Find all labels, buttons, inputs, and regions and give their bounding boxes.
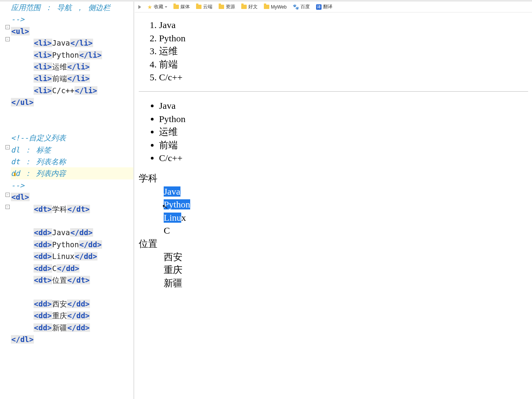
code-line [11,108,133,120]
code-line: <li>Java</li> [11,37,133,49]
bookmark-translate[interactable]: 译翻译 [315,3,334,11]
dd-item: Python [164,198,528,211]
code-line: <dd>重庆</dd> [11,310,133,321]
list-item: Java [159,19,528,32]
code-line: dd ： 列表内容 [11,169,66,177]
dt-subject: 学科 [139,172,528,185]
code-line: <dt>位置</dt> [11,274,133,286]
folder-icon [241,5,247,9]
code-line: 应用范围 ： 导航 ， 侧边栏 [11,2,133,13]
code-line: <dl> [11,191,133,203]
folder-icon [173,5,179,9]
code-line: --> [11,13,133,25]
expand-button[interactable] [137,4,142,10]
code-line: <dd>C</dd> [11,262,133,274]
dt-location: 位置 [139,238,528,251]
bookmark-baidu[interactable]: 🐾百度 [292,3,311,11]
code-line: </ul> [11,96,133,108]
list-item: 运维 [159,45,528,58]
list-item: C/c++ [159,152,528,165]
code-line: <li>C/c++</li> [11,85,133,96]
list-item: Java [159,99,528,113]
dd-item: Java [164,185,528,199]
code-line: dl ： 标签 [11,144,133,156]
chevron-down-icon [165,6,167,8]
code-line: </dl> [11,333,133,345]
list-item: 前端 [159,58,528,71]
bookmark-folder[interactable]: 好文 [240,3,259,11]
code-line: <dd>Python</dd> [11,239,133,250]
unordered-list: Java Python 运维 前端 C/c++ [139,99,528,165]
fold-icon[interactable]: − [5,193,10,197]
code-line: <dt>学科</dt> [11,203,133,215]
bookmark-folder[interactable]: MyWeb [263,4,288,11]
list-item: 运维 [159,126,528,139]
fold-icon[interactable]: − [5,145,10,149]
bookmark-folder[interactable]: 媒体 [172,3,191,11]
dd-item: 重庆 [164,264,528,277]
code-line [11,215,133,227]
star-icon: ★ [147,4,152,10]
code-line: <!--自定义列表 [11,132,133,144]
list-item: C/c++ [159,71,528,84]
fold-icon[interactable]: − [5,37,10,41]
folder-icon [219,5,224,9]
folder-icon [264,5,269,9]
code-line [11,120,133,132]
code-line [11,286,133,298]
code-line: --> [11,179,133,191]
fold-icon[interactable]: − [5,205,10,209]
page-content[interactable]: Java Python 运维 前端 C/c++ Java Python 运维 前… [135,12,532,399]
fold-icon[interactable]: − [5,25,10,29]
bookmark-folder[interactable]: 云端 [195,3,214,11]
paw-icon: 🐾 [293,4,299,10]
code-line: <dd>新疆</dd> [11,322,133,333]
dd-item: 西安 [164,251,528,264]
bookmark-bar: ★收藏 媒体 云端 资源 好文 MyWeb 🐾百度 译翻译 [135,2,532,12]
code-line: <dd>西安</dd> [11,298,133,310]
bookmark-folder[interactable]: 资源 [217,3,236,11]
code-line: <dd>Linux</dd> [11,250,133,262]
code-line: dt ： 列表名称 [11,156,133,167]
dd-item: Linux [164,211,528,225]
editor-gutter: − − − − − [0,2,11,399]
list-item: 前端 [159,139,528,152]
code-line: <dd>Java</dd> [11,227,133,238]
folder-icon [196,5,201,9]
dd-item: C [164,224,528,238]
ordered-list: Java Python 运维 前端 C/c++ [139,19,528,84]
browser-pane: ★收藏 媒体 云端 资源 好文 MyWeb 🐾百度 译翻译 Java Pytho… [135,2,532,399]
dd-item: 新疆 [164,277,528,290]
definition-list: 学科 Java Python Linux C 位置 西安 重庆 新疆 [139,172,528,290]
divider [139,91,528,92]
translate-icon: 译 [316,4,322,10]
code-line: <li>前端</li> [11,73,133,84]
bookmark-favorites[interactable]: ★收藏 [146,3,168,11]
code-line: <li>运维</li> [11,61,133,73]
expand-icon [138,5,141,9]
code-line: <ul> [11,25,133,37]
list-item: Python [159,32,528,45]
code-line: <li>Python</li> [11,49,133,61]
code-editor[interactable]: − − − − − 应用范围 ： 导航 ， 侧边栏 --> <ul> <li>J… [0,2,133,399]
list-item: Python [159,113,528,126]
